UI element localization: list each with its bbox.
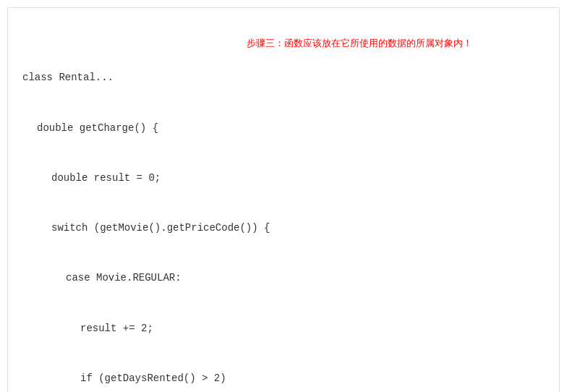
annotation-text: 步骤三：函数应该放在它所使用的数据的所属对象内！	[247, 35, 472, 51]
code-line: class Rental...	[22, 69, 545, 86]
code-line: switch (getMovie().getPriceCode()) {	[22, 220, 545, 237]
code-block: 步骤三：函数应该放在它所使用的数据的所属对象内！ class Rental...…	[22, 20, 545, 392]
code-line: case Movie.REGULAR:	[22, 270, 545, 286]
code-line: if (getDaysRented() > 2)	[22, 370, 545, 387]
code-line: double getCharge() {	[22, 120, 545, 137]
code-line: result += 2;	[22, 320, 545, 337]
code-line: double result = 0;	[22, 170, 545, 187]
code-container: 步骤三：函数应该放在它所使用的数据的所属对象内！ class Rental...…	[7, 7, 560, 392]
